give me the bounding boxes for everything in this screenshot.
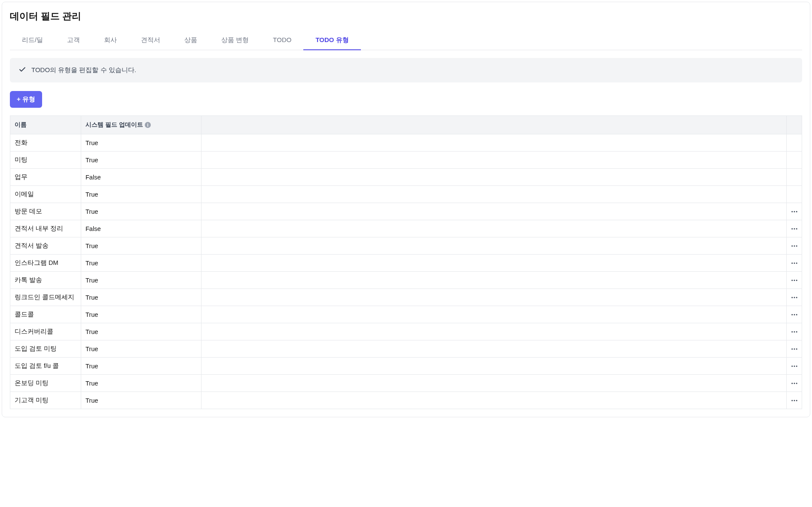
svg-point-28 [794, 365, 795, 367]
svg-point-15 [791, 297, 793, 298]
svg-point-0 [791, 211, 793, 212]
table-header-name-label: 이름 [15, 121, 27, 128]
cell-empty [201, 375, 787, 392]
cell-systemfield: False [81, 220, 201, 237]
table-row: 전화True [10, 134, 802, 152]
table-row: 기고객 미팅True [10, 392, 802, 409]
more-icon[interactable] [788, 223, 800, 235]
cell-empty [201, 340, 787, 358]
svg-point-30 [791, 383, 793, 384]
svg-point-18 [791, 314, 793, 315]
more-icon[interactable] [788, 291, 800, 304]
svg-point-27 [791, 365, 793, 367]
more-icon[interactable] [788, 309, 800, 321]
cell-name: 온보딩 미팅 [10, 375, 81, 392]
cell-actions [787, 255, 802, 272]
more-icon[interactable] [788, 326, 800, 338]
table-row: 인스타그램 DMTrue [10, 255, 802, 272]
cell-empty [201, 272, 787, 289]
table-row: 카톡 발송True [10, 272, 802, 289]
tab-1[interactable]: 고객 [55, 31, 92, 50]
cell-actions [787, 392, 802, 409]
table-row: 디스커버리콜True [10, 323, 802, 340]
cell-actions [787, 375, 802, 392]
more-icon[interactable] [788, 395, 800, 407]
svg-point-25 [794, 348, 795, 349]
svg-point-4 [794, 228, 795, 229]
svg-point-21 [791, 331, 793, 332]
more-icon[interactable] [788, 257, 800, 269]
table-row: 견적서 발송True [10, 237, 802, 255]
cell-empty [201, 306, 787, 323]
cell-empty [201, 134, 787, 152]
cell-empty [201, 237, 787, 255]
svg-point-33 [791, 400, 793, 401]
cell-systemfield: True [81, 186, 201, 203]
add-type-button[interactable]: + 유형 [10, 91, 42, 108]
info-icon[interactable]: i [145, 122, 151, 128]
page-container: 데이터 필드 관리 리드/딜고객회사견적서상품상품 변형TODOTODO 유형 … [2, 2, 810, 417]
cell-systemfield: True [81, 392, 201, 409]
table-row: 도입 검토 f/u 콜True [10, 358, 802, 375]
tab-5[interactable]: 상품 변형 [209, 31, 261, 50]
more-icon[interactable] [788, 377, 800, 389]
info-banner: TODO의 유형을 편집할 수 있습니다. [10, 58, 802, 82]
svg-point-14 [796, 279, 797, 281]
tab-0[interactable]: 리드/딜 [10, 31, 55, 50]
tab-3[interactable]: 견적서 [129, 31, 172, 50]
svg-point-10 [794, 262, 795, 264]
svg-point-17 [796, 297, 797, 298]
cell-name: 인스타그램 DM [10, 255, 81, 272]
tab-7[interactable]: TODO 유형 [303, 31, 360, 50]
tab-2[interactable]: 회사 [92, 31, 129, 50]
cell-actions [787, 152, 802, 169]
more-icon[interactable] [788, 274, 800, 286]
svg-point-2 [796, 211, 797, 212]
cell-systemfield: True [81, 289, 201, 306]
cell-actions [787, 237, 802, 255]
cell-empty [201, 186, 787, 203]
cell-systemfield: True [81, 134, 201, 152]
svg-point-26 [796, 348, 797, 349]
svg-point-22 [794, 331, 795, 332]
cell-actions [787, 169, 802, 186]
cell-actions [787, 340, 802, 358]
cell-actions [787, 203, 802, 220]
cell-name: 도입 검토 f/u 콜 [10, 358, 81, 375]
table-header-name: 이름 [10, 116, 81, 134]
cell-name: 링크드인 콜드메세지 [10, 289, 81, 306]
svg-point-31 [794, 383, 795, 384]
cell-systemfield: True [81, 375, 201, 392]
cell-actions [787, 186, 802, 203]
table-row: 이메일True [10, 186, 802, 203]
cell-name: 카톡 발송 [10, 272, 81, 289]
svg-point-8 [796, 245, 797, 246]
svg-point-5 [796, 228, 797, 229]
more-icon[interactable] [788, 343, 800, 355]
svg-point-12 [791, 279, 793, 281]
table-row: 방문 데모True [10, 203, 802, 220]
tab-4[interactable]: 상품 [172, 31, 209, 50]
cell-empty [201, 152, 787, 169]
cell-empty [201, 323, 787, 340]
cell-systemfield: True [81, 323, 201, 340]
svg-point-23 [796, 331, 797, 332]
cell-name: 도입 검토 미팅 [10, 340, 81, 358]
more-icon[interactable] [788, 206, 800, 218]
svg-point-11 [796, 262, 797, 264]
todo-type-table: 이름 시스템 필드 업데이트 i 전화True미팅True업무False이메일T… [10, 115, 802, 409]
svg-point-29 [796, 365, 797, 367]
cell-name: 이메일 [10, 186, 81, 203]
cell-name: 기고객 미팅 [10, 392, 81, 409]
table-row: 견적서 내부 정리False [10, 220, 802, 237]
cell-name: 방문 데모 [10, 203, 81, 220]
more-icon[interactable] [788, 240, 800, 252]
more-icon[interactable] [788, 360, 800, 372]
tab-6[interactable]: TODO [261, 31, 303, 50]
svg-point-20 [796, 314, 797, 315]
svg-point-35 [796, 400, 797, 401]
cell-empty [201, 392, 787, 409]
tabs-bar: 리드/딜고객회사견적서상품상품 변형TODOTODO 유형 [10, 30, 802, 50]
cell-name: 업무 [10, 169, 81, 186]
cell-actions [787, 220, 802, 237]
